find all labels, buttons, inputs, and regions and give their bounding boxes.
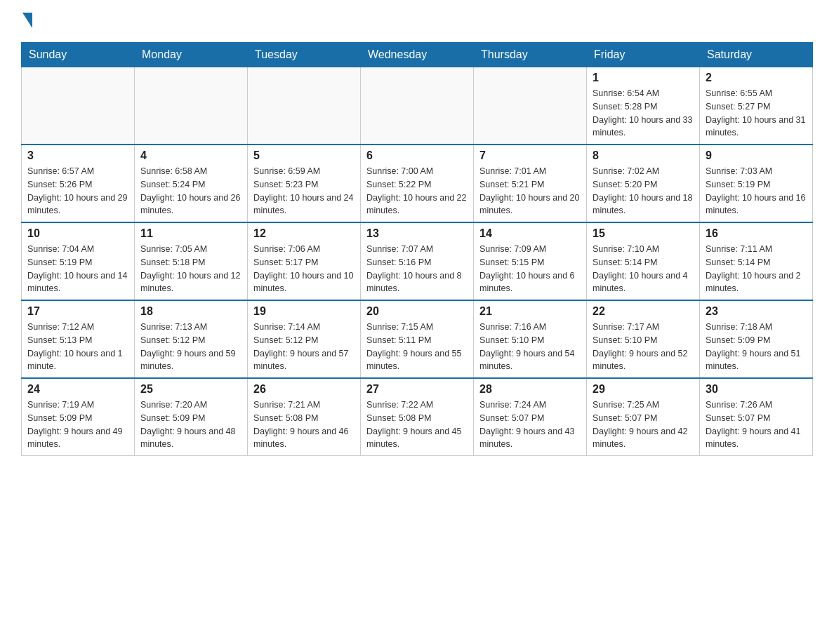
- day-info: Sunrise: 7:26 AMSunset: 5:07 PMDaylight:…: [706, 398, 807, 451]
- logo-triangle-icon: [22, 13, 32, 28]
- day-info: Sunrise: 7:05 AMSunset: 5:18 PMDaylight:…: [140, 243, 241, 295]
- day-number: 27: [366, 383, 468, 396]
- day-info: Sunrise: 7:00 AMSunset: 5:22 PMDaylight:…: [366, 165, 468, 217]
- table-row: 28Sunrise: 7:24 AMSunset: 5:07 PMDayligh…: [474, 378, 587, 456]
- day-number: 11: [140, 227, 241, 240]
- table-row: 4Sunrise: 6:58 AMSunset: 5:24 PMDaylight…: [135, 145, 248, 222]
- day-info: Sunrise: 7:20 AMSunset: 5:09 PMDaylight:…: [140, 398, 241, 451]
- table-row: 17Sunrise: 7:12 AMSunset: 5:13 PMDayligh…: [22, 300, 135, 378]
- day-number: 24: [27, 383, 128, 396]
- day-info: Sunrise: 7:09 AMSunset: 5:15 PMDaylight:…: [479, 243, 581, 295]
- table-row: 11Sunrise: 7:05 AMSunset: 5:18 PMDayligh…: [135, 222, 248, 300]
- table-row: 9Sunrise: 7:03 AMSunset: 5:19 PMDaylight…: [700, 145, 813, 222]
- day-number: 5: [253, 149, 355, 162]
- header-saturday: Saturday: [700, 43, 813, 67]
- calendar-week-row: 10Sunrise: 7:04 AMSunset: 5:19 PMDayligh…: [22, 222, 813, 300]
- logo: [21, 14, 32, 28]
- day-info: Sunrise: 6:55 AMSunset: 5:27 PMDaylight:…: [706, 87, 807, 140]
- day-number: 1: [593, 72, 694, 84]
- day-info: Sunrise: 7:15 AMSunset: 5:11 PMDaylight:…: [366, 321, 468, 373]
- calendar-week-row: 3Sunrise: 6:57 AMSunset: 5:26 PMDaylight…: [22, 145, 813, 222]
- page-header: [21, 14, 813, 28]
- table-row: 19Sunrise: 7:14 AMSunset: 5:12 PMDayligh…: [248, 300, 361, 378]
- table-row: 29Sunrise: 7:25 AMSunset: 5:07 PMDayligh…: [587, 378, 700, 456]
- table-row: 24Sunrise: 7:19 AMSunset: 5:09 PMDayligh…: [22, 378, 135, 456]
- table-row: 27Sunrise: 7:22 AMSunset: 5:08 PMDayligh…: [361, 378, 474, 456]
- day-info: Sunrise: 7:14 AMSunset: 5:12 PMDaylight:…: [253, 321, 355, 373]
- table-row: 26Sunrise: 7:21 AMSunset: 5:08 PMDayligh…: [248, 378, 361, 456]
- table-row: 15Sunrise: 7:10 AMSunset: 5:14 PMDayligh…: [587, 222, 700, 300]
- table-row: [361, 67, 474, 145]
- table-row: 1Sunrise: 6:54 AMSunset: 5:28 PMDaylight…: [587, 67, 700, 145]
- day-number: 29: [593, 383, 694, 396]
- calendar-week-row: 24Sunrise: 7:19 AMSunset: 5:09 PMDayligh…: [22, 378, 813, 456]
- day-number: 14: [479, 227, 581, 240]
- table-row: 14Sunrise: 7:09 AMSunset: 5:15 PMDayligh…: [474, 222, 587, 300]
- day-number: 25: [140, 383, 241, 396]
- day-info: Sunrise: 7:22 AMSunset: 5:08 PMDaylight:…: [366, 398, 468, 451]
- table-row: 21Sunrise: 7:16 AMSunset: 5:10 PMDayligh…: [474, 300, 587, 378]
- calendar-table: Sunday Monday Tuesday Wednesday Thursday…: [21, 42, 813, 456]
- day-number: 6: [366, 149, 468, 162]
- day-number: 20: [366, 305, 468, 318]
- table-row: 25Sunrise: 7:20 AMSunset: 5:09 PMDayligh…: [135, 378, 248, 456]
- day-info: Sunrise: 7:10 AMSunset: 5:14 PMDaylight:…: [593, 243, 694, 295]
- table-row: [135, 67, 248, 145]
- day-info: Sunrise: 7:02 AMSunset: 5:20 PMDaylight:…: [593, 165, 694, 217]
- table-row: 3Sunrise: 6:57 AMSunset: 5:26 PMDaylight…: [22, 145, 135, 222]
- header-friday: Friday: [587, 43, 700, 67]
- table-row: 20Sunrise: 7:15 AMSunset: 5:11 PMDayligh…: [361, 300, 474, 378]
- day-info: Sunrise: 6:57 AMSunset: 5:26 PMDaylight:…: [27, 165, 128, 217]
- day-number: 15: [593, 227, 694, 240]
- day-info: Sunrise: 7:06 AMSunset: 5:17 PMDaylight:…: [253, 243, 355, 295]
- day-number: 17: [27, 305, 128, 318]
- calendar-header-row: Sunday Monday Tuesday Wednesday Thursday…: [22, 43, 813, 67]
- day-number: 30: [706, 383, 807, 396]
- day-number: 10: [27, 227, 128, 240]
- day-info: Sunrise: 7:01 AMSunset: 5:21 PMDaylight:…: [479, 165, 581, 217]
- header-sunday: Sunday: [22, 43, 135, 67]
- table-row: 12Sunrise: 7:06 AMSunset: 5:17 PMDayligh…: [248, 222, 361, 300]
- day-number: 12: [253, 227, 355, 240]
- table-row: 13Sunrise: 7:07 AMSunset: 5:16 PMDayligh…: [361, 222, 474, 300]
- day-info: Sunrise: 7:24 AMSunset: 5:07 PMDaylight:…: [479, 398, 581, 451]
- day-info: Sunrise: 7:03 AMSunset: 5:19 PMDaylight:…: [706, 165, 807, 217]
- table-row: 5Sunrise: 6:59 AMSunset: 5:23 PMDaylight…: [248, 145, 361, 222]
- table-row: 2Sunrise: 6:55 AMSunset: 5:27 PMDaylight…: [700, 67, 813, 145]
- day-info: Sunrise: 7:18 AMSunset: 5:09 PMDaylight:…: [706, 321, 807, 373]
- table-row: 8Sunrise: 7:02 AMSunset: 5:20 PMDaylight…: [587, 145, 700, 222]
- day-number: 28: [479, 383, 581, 396]
- day-number: 18: [140, 305, 241, 318]
- header-monday: Monday: [135, 43, 248, 67]
- day-number: 13: [366, 227, 468, 240]
- table-row: 18Sunrise: 7:13 AMSunset: 5:12 PMDayligh…: [135, 300, 248, 378]
- day-info: Sunrise: 7:04 AMSunset: 5:19 PMDaylight:…: [27, 243, 128, 295]
- day-info: Sunrise: 7:16 AMSunset: 5:10 PMDaylight:…: [479, 321, 581, 373]
- table-row: 22Sunrise: 7:17 AMSunset: 5:10 PMDayligh…: [587, 300, 700, 378]
- day-info: Sunrise: 7:12 AMSunset: 5:13 PMDaylight:…: [27, 321, 128, 373]
- header-tuesday: Tuesday: [248, 43, 361, 67]
- day-number: 4: [140, 149, 241, 162]
- table-row: 16Sunrise: 7:11 AMSunset: 5:14 PMDayligh…: [700, 222, 813, 300]
- day-info: Sunrise: 6:54 AMSunset: 5:28 PMDaylight:…: [593, 87, 694, 140]
- table-row: [248, 67, 361, 145]
- day-number: 26: [253, 383, 355, 396]
- day-number: 8: [593, 149, 694, 162]
- header-wednesday: Wednesday: [361, 43, 474, 67]
- day-info: Sunrise: 6:59 AMSunset: 5:23 PMDaylight:…: [253, 165, 355, 217]
- day-number: 21: [479, 305, 581, 318]
- day-info: Sunrise: 6:58 AMSunset: 5:24 PMDaylight:…: [140, 165, 241, 217]
- calendar-week-row: 17Sunrise: 7:12 AMSunset: 5:13 PMDayligh…: [22, 300, 813, 378]
- day-info: Sunrise: 7:13 AMSunset: 5:12 PMDaylight:…: [140, 321, 241, 373]
- day-number: 19: [253, 305, 355, 318]
- calendar-week-row: 1Sunrise: 6:54 AMSunset: 5:28 PMDaylight…: [22, 67, 813, 145]
- day-number: 7: [479, 149, 581, 162]
- table-row: 6Sunrise: 7:00 AMSunset: 5:22 PMDaylight…: [361, 145, 474, 222]
- day-number: 16: [706, 227, 807, 240]
- day-number: 22: [593, 305, 694, 318]
- table-row: 10Sunrise: 7:04 AMSunset: 5:19 PMDayligh…: [22, 222, 135, 300]
- day-info: Sunrise: 7:11 AMSunset: 5:14 PMDaylight:…: [706, 243, 807, 295]
- day-info: Sunrise: 7:25 AMSunset: 5:07 PMDaylight:…: [593, 398, 694, 451]
- table-row: 23Sunrise: 7:18 AMSunset: 5:09 PMDayligh…: [700, 300, 813, 378]
- table-row: 7Sunrise: 7:01 AMSunset: 5:21 PMDaylight…: [474, 145, 587, 222]
